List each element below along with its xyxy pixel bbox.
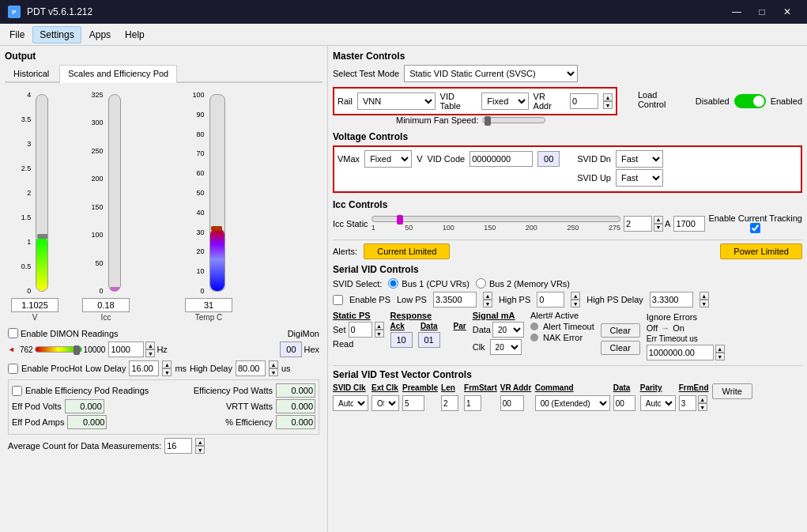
clear-btn-2[interactable]: Clear <box>601 341 640 355</box>
temp-slider-track[interactable] <box>209 94 225 292</box>
menu-help[interactable]: Help <box>119 27 151 43</box>
test-mode-select[interactable]: Static VID Static Current (SVSC) <box>404 65 578 82</box>
high-ps-down[interactable]: ▼ <box>571 300 580 308</box>
avg-count-spinner[interactable]: ▲ ▼ <box>195 438 205 454</box>
menu-apps[interactable]: Apps <box>83 27 117 43</box>
enable-eff-checkbox[interactable] <box>12 386 22 396</box>
vid-table-select[interactable]: Fixed <box>481 92 528 110</box>
eff-pod-volts-input[interactable] <box>65 399 104 413</box>
err-timeout-input[interactable] <box>647 345 714 360</box>
high-delay-input[interactable] <box>236 360 266 376</box>
data-test-input[interactable] <box>613 395 635 411</box>
preamble-input[interactable] <box>402 395 424 411</box>
high-ps-up[interactable]: ▲ <box>571 292 580 300</box>
avg-count-input[interactable] <box>164 438 192 454</box>
close-button[interactable]: ✕ <box>775 4 799 20</box>
frm-end-input[interactable] <box>679 395 696 411</box>
svid-up-select[interactable]: Fast Slow <box>616 169 663 187</box>
command-select[interactable]: 00 (Extended) <box>535 395 610 411</box>
low-ps-down[interactable]: ▼ <box>483 300 492 308</box>
maximize-button[interactable]: □ <box>750 4 774 20</box>
load-control-toggle[interactable] <box>734 94 766 108</box>
vr-addr-input[interactable] <box>570 93 598 109</box>
vr-addr-up[interactable]: ▲ <box>603 93 613 101</box>
tracking-value[interactable] <box>673 216 705 232</box>
bus1-radio-group[interactable]: Bus 1 (CPU VRs) <box>388 278 469 289</box>
fan-slider[interactable] <box>482 117 545 123</box>
vr-addr-test-input[interactable] <box>500 395 524 411</box>
high-ps-delay-input[interactable] <box>650 292 693 308</box>
err-timeout-up[interactable]: ▲ <box>715 345 725 353</box>
vid-code-input[interactable] <box>469 151 533 167</box>
high-delay-spinner[interactable]: ▲ ▼ <box>269 360 278 376</box>
svid-clk-select[interactable]: Auto <box>333 395 368 411</box>
frm-end-spinner[interactable]: ▲ ▼ <box>698 395 707 411</box>
ps-set-down[interactable]: ▼ <box>375 330 384 338</box>
eff-pod-amps-input[interactable] <box>67 415 107 429</box>
high-ps-spinner[interactable]: ▲ ▼ <box>571 292 580 308</box>
hz-down[interactable]: ▼ <box>145 349 155 357</box>
menu-settings[interactable]: Settings <box>32 26 81 43</box>
low-ps-spinner[interactable]: ▲ ▼ <box>483 292 492 308</box>
ps-set-input[interactable] <box>349 322 372 338</box>
ps-set-up[interactable]: ▲ <box>375 322 384 330</box>
avg-count-up[interactable]: ▲ <box>195 438 205 446</box>
hz-input[interactable] <box>108 341 144 357</box>
low-delay-down[interactable]: ▼ <box>162 368 172 376</box>
svid-dn-select[interactable]: Fast Slow <box>616 150 663 168</box>
high-ps-delay-spinner[interactable]: ▲ ▼ <box>700 292 709 308</box>
hz-up[interactable]: ▲ <box>145 341 155 349</box>
clear-btn-1[interactable]: Clear <box>601 323 640 338</box>
power-limited-btn[interactable]: Power Limited <box>720 243 802 259</box>
enable-current-tracking-checkbox[interactable] <box>750 223 760 233</box>
err-timeout-down[interactable]: ▼ <box>715 353 725 360</box>
bus1-radio[interactable] <box>388 278 398 289</box>
enable-dimon-label[interactable]: Enable DIMON Readings <box>8 328 119 338</box>
tab-scales-efficiency[interactable]: Scales and Efficiency Pod <box>59 65 177 83</box>
enable-ps-checkbox[interactable] <box>333 295 343 305</box>
high-ps-delay-down[interactable]: ▼ <box>700 300 709 308</box>
tab-historical[interactable]: Historical <box>5 65 58 81</box>
enable-prochot-checkbox[interactable] <box>8 364 18 374</box>
frm-start-input[interactable] <box>464 395 481 411</box>
vr-addr-down[interactable]: ▼ <box>603 101 613 109</box>
len-input[interactable] <box>441 395 458 411</box>
high-ps-delay-up[interactable]: ▲ <box>700 292 709 300</box>
voltage-slider-track[interactable] <box>36 94 48 292</box>
low-ps-up[interactable]: ▲ <box>483 292 492 300</box>
icc-slider-track[interactable] <box>108 94 121 292</box>
high-ps-input[interactable] <box>537 292 564 308</box>
icc-spinner[interactable]: ▲ ▼ <box>654 216 663 232</box>
frm-end-up[interactable]: ▲ <box>698 395 707 403</box>
frm-end-down[interactable]: ▼ <box>698 403 707 411</box>
hz-spinner[interactable]: ▲ ▼ <box>145 341 155 357</box>
ext-clk-select[interactable]: Off <box>371 395 399 411</box>
icc-up[interactable]: ▲ <box>654 216 663 224</box>
signal-data-select[interactable]: 20 <box>492 322 524 338</box>
err-timeout-spinner[interactable]: ▲ ▼ <box>715 345 725 360</box>
high-delay-down[interactable]: ▼ <box>269 368 278 376</box>
signal-clk-select[interactable]: 20 <box>490 339 522 355</box>
low-delay-spinner[interactable]: ▲ ▼ <box>162 360 172 376</box>
ps-set-spinner[interactable]: ▲ ▼ <box>375 322 384 338</box>
bus2-radio[interactable] <box>476 278 486 289</box>
minimize-button[interactable]: — <box>725 4 749 20</box>
low-ps-input[interactable] <box>433 292 477 308</box>
menu-file[interactable]: File <box>3 27 31 43</box>
icc-down[interactable]: ▼ <box>654 224 663 232</box>
current-limited-btn[interactable]: Current Limited <box>364 243 450 259</box>
vmax-select[interactable]: Fixed <box>364 150 412 168</box>
icc-static-value[interactable] <box>624 216 652 232</box>
digimon-slider[interactable] <box>35 346 82 353</box>
icc-track[interactable] <box>371 216 620 222</box>
parity-select[interactable]: Auto <box>640 395 676 411</box>
avg-count-down[interactable]: ▼ <box>195 446 205 454</box>
bus2-radio-group[interactable]: Bus 2 (Memory VRs) <box>476 278 570 289</box>
rail-select[interactable]: VNN <box>357 92 436 110</box>
low-delay-input[interactable] <box>129 360 159 376</box>
high-delay-up[interactable]: ▲ <box>269 360 278 368</box>
enable-dimon-checkbox[interactable] <box>8 328 18 338</box>
low-delay-up[interactable]: ▲ <box>162 360 172 368</box>
vr-addr-spinner[interactable]: ▲ ▼ <box>603 93 613 109</box>
write-button[interactable]: Write <box>712 383 752 399</box>
